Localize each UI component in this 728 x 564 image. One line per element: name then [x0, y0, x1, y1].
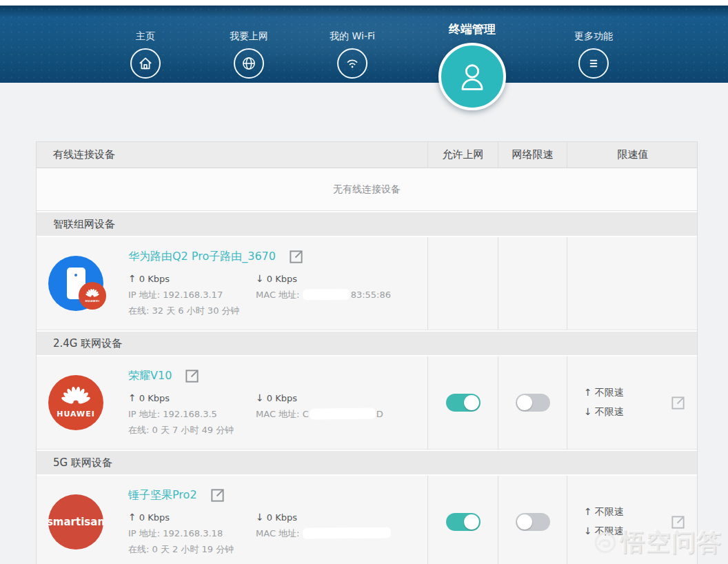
allow-internet-toggle[interactable]: [446, 513, 481, 531]
device-row-honor-v10: HUAWEI 荣耀V10 ↑0 Kbps ↓0 Kbps IP 地址: 192.…: [37, 356, 697, 450]
device-name-link[interactable]: 华为路由Q2 Pro子路由_3670: [128, 250, 276, 264]
column-header-limit-value: 限速值: [567, 142, 698, 168]
main-navbar: 主页 我要上网 我的 Wi-Fi: [0, 6, 728, 83]
limit-value-down: ↓不限速: [584, 406, 624, 419]
mac-address: MAC 地址: 83:55:86: [256, 288, 391, 302]
edit-device-name-button[interactable]: [288, 249, 304, 265]
device-row-huawei-router: HUAWEI 华为路由Q2 Pro子路由_3670 ↑0 Kbps ↓0 Kbp…: [37, 237, 697, 330]
allow-internet-cell-empty: [428, 237, 498, 330]
globe-icon: [234, 48, 264, 79]
nav-item-wifi[interactable]: 我的 Wi-Fi: [330, 6, 375, 79]
table-header-row: 有线连接设备 允许上网 网络限速 限速值: [37, 142, 697, 168]
ip-address: IP 地址: 192.168.3.18: [128, 526, 256, 541]
network-limit-toggle[interactable]: [516, 513, 550, 531]
edit-device-name-button[interactable]: [184, 368, 200, 384]
nav-label-terminal-management: 终端管理: [449, 21, 496, 37]
network-limit-cell-empty: [498, 237, 567, 330]
mac-address: MAC 地址:: [256, 526, 391, 541]
section-row-24g: 2.4G 联网设备: [37, 330, 697, 356]
upload-speed: ↑0 Kbps: [128, 510, 256, 525]
download-speed: ↓0 Kbps: [256, 391, 383, 405]
section-row-mesh: 智联组网设备: [37, 211, 697, 237]
wifi-icon: [337, 48, 367, 79]
network-limit-toggle[interactable]: [516, 394, 550, 412]
smartisan-avatar: smartisan: [48, 494, 103, 550]
user-icon: [438, 43, 506, 110]
online-duration: 在线: 32 天 6 小时 30 分钟: [128, 303, 256, 318]
nav-item-terminal-management[interactable]: 终端管理: [438, 6, 506, 110]
ip-address: IP 地址: 192.168.3.5: [128, 407, 256, 421]
device-name-link[interactable]: 荣耀V10: [128, 369, 172, 383]
online-duration: 在线: 0 天 7 小时 49 分钟: [128, 423, 256, 437]
nav-item-internet[interactable]: 我要上网: [230, 6, 268, 79]
nav-label-more: 更多功能: [574, 29, 613, 43]
huawei-avatar: HUAWEI: [48, 375, 103, 430]
mac-redaction: [303, 528, 391, 538]
limit-value-up: ↑不限速: [584, 506, 624, 518]
column-header-network-limit: 网络限速: [498, 142, 567, 168]
edit-limit-button[interactable]: [670, 395, 686, 411]
download-speed: ↓0 Kbps: [256, 510, 391, 525]
huawei-badge: HUAWEI: [79, 282, 106, 310]
router-admin-page: 主页 我要上网 我的 Wi-Fi: [0, 0, 728, 564]
router-avatar: HUAWEI: [48, 256, 103, 311]
limit-value-up: ↑不限速: [584, 387, 624, 399]
mac-address: MAC 地址: CD: [256, 407, 383, 421]
column-header-allow-internet: 允许上网: [428, 142, 498, 168]
upload-speed: ↑0 Kbps: [128, 272, 256, 286]
allow-internet-toggle[interactable]: [446, 394, 481, 412]
nav-item-more[interactable]: 更多功能: [574, 6, 613, 79]
mac-redaction: [303, 290, 350, 300]
no-wired-devices-row: 无有线连接设备: [37, 168, 697, 211]
nav-item-home[interactable]: 主页: [130, 6, 161, 79]
limit-value-cell-empty: [567, 237, 698, 330]
mac-redaction: [310, 409, 376, 419]
device-table: 有线连接设备 允许上网 网络限速 限速值 无有线连接设备 智联组网设备 HUAW…: [36, 141, 698, 564]
ip-address: IP 地址: 192.168.3.17: [128, 288, 256, 302]
upload-speed: ↑0 Kbps: [128, 391, 256, 405]
edit-device-name-button[interactable]: [210, 487, 225, 503]
online-duration: 在线: 0 天 2 小时 19 分钟: [128, 542, 256, 556]
menu-icon: [578, 48, 609, 79]
nav-label-wifi: 我的 Wi-Fi: [330, 29, 375, 43]
nav-label-home: 主页: [136, 29, 155, 43]
edit-limit-button[interactable]: [670, 514, 686, 530]
nav-label-internet: 我要上网: [230, 29, 268, 43]
device-row-smartisan: smartisan 锤子坚果Pro2 ↑0 Kbps ↓0 Kbps IP 地址…: [37, 476, 697, 564]
download-speed: ↓0 Kbps: [256, 272, 391, 286]
device-name-link[interactable]: 锤子坚果Pro2: [128, 488, 197, 503]
limit-value-down: ↓不限速: [584, 525, 624, 538]
top-strip: [0, 0, 728, 6]
column-header-wired-devices: 有线连接设备: [37, 142, 428, 168]
home-icon: [130, 48, 161, 79]
section-row-5g: 5G 联网设备: [37, 450, 697, 476]
